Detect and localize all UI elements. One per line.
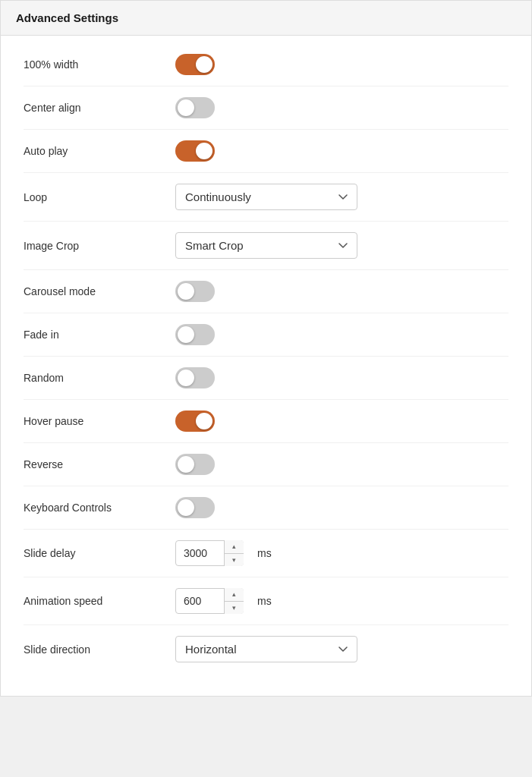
unit-label-slide-delay: ms: [257, 547, 272, 559]
control-animation-speed: ▴▾ms: [175, 588, 272, 614]
label-loop: Loop: [24, 191, 175, 203]
control-hover-pause: [175, 411, 215, 432]
control-slide-delay: ▴▾ms: [175, 540, 272, 566]
toggle-auto-play[interactable]: [175, 140, 215, 162]
panel-header: Advanced Settings: [1, 1, 531, 36]
settings-row-random: Random: [24, 357, 508, 400]
select-slide-direction[interactable]: HorizontalVertical: [175, 636, 357, 662]
settings-row-fade-in: Fade in: [24, 313, 508, 357]
toggle-track-reverse: [175, 454, 215, 475]
advanced-settings-panel: Advanced Settings 100% widthCenter align…: [0, 0, 532, 697]
settings-row-carousel-mode: Carousel mode: [24, 270, 508, 313]
toggle-thumb-carousel-mode: [178, 283, 194, 300]
label-random: Random: [24, 372, 175, 384]
settings-row-slide-delay: Slide delay▴▾ms: [24, 530, 508, 577]
control-fade-in: [175, 324, 215, 345]
control-keyboard-controls: [175, 497, 215, 518]
toggle-thumb-hover-pause: [196, 413, 212, 429]
label-reverse: Reverse: [24, 458, 175, 470]
toggle-thumb-fade-in: [178, 326, 194, 343]
label-width-100: 100% width: [24, 58, 175, 71]
settings-row-loop: LoopContinuouslyOnceTwiceThree times: [24, 173, 508, 222]
settings-row-slide-direction: Slide directionHorizontalVertical: [24, 625, 508, 673]
control-auto-play: [175, 140, 215, 162]
toggle-track-center-align: [175, 97, 215, 118]
label-carousel-mode: Carousel mode: [24, 285, 175, 297]
toggle-track-auto-play: [175, 140, 215, 162]
settings-row-keyboard-controls: Keyboard Controls: [24, 486, 508, 530]
label-animation-speed: Animation speed: [24, 595, 175, 607]
select-image-crop[interactable]: Smart CropCropNoneScale: [175, 232, 357, 259]
control-carousel-mode: [175, 281, 215, 302]
number-wrapper-slide-delay: ▴▾: [175, 540, 244, 566]
toggle-thumb-keyboard-controls: [178, 499, 194, 516]
toggle-track-hover-pause: [175, 411, 215, 432]
toggle-random[interactable]: [175, 367, 215, 388]
spinner-down-animation-speed[interactable]: ▾: [225, 602, 244, 615]
panel-title: Advanced Settings: [16, 11, 516, 24]
settings-row-center-align: Center align: [24, 87, 508, 130]
toggle-fade-in[interactable]: [175, 324, 215, 345]
control-width-100: [175, 54, 215, 75]
toggle-keyboard-controls[interactable]: [175, 497, 215, 518]
toggle-thumb-width-100: [196, 56, 212, 73]
settings-row-width-100: 100% width: [24, 43, 508, 87]
label-slide-direction: Slide direction: [24, 643, 175, 656]
panel-body: 100% widthCenter alignAuto playLoopConti…: [1, 36, 531, 696]
settings-row-animation-speed: Animation speed▴▾ms: [24, 577, 508, 625]
settings-row-reverse: Reverse: [24, 443, 508, 486]
toggle-hover-pause[interactable]: [175, 411, 215, 432]
spinner-animation-speed: ▴▾: [224, 588, 244, 614]
toggle-track-random: [175, 367, 215, 388]
spinner-slide-delay: ▴▾: [224, 540, 244, 566]
toggle-track-keyboard-controls: [175, 497, 215, 518]
toggle-thumb-reverse: [178, 456, 194, 473]
control-slide-direction: HorizontalVertical: [175, 636, 357, 662]
label-center-align: Center align: [24, 102, 175, 114]
toggle-thumb-random: [178, 370, 194, 386]
toggle-track-width-100: [175, 54, 215, 75]
settings-row-auto-play: Auto play: [24, 130, 508, 173]
control-reverse: [175, 454, 215, 475]
spinner-down-slide-delay[interactable]: ▾: [225, 554, 244, 567]
label-keyboard-controls: Keyboard Controls: [24, 502, 175, 514]
toggle-width-100[interactable]: [175, 54, 215, 75]
toggle-reverse[interactable]: [175, 454, 215, 475]
label-auto-play: Auto play: [24, 145, 175, 157]
settings-row-hover-pause: Hover pause: [24, 400, 508, 443]
control-center-align: [175, 97, 215, 118]
toggle-thumb-auto-play: [196, 143, 212, 159]
toggle-track-carousel-mode: [175, 281, 215, 302]
toggle-thumb-center-align: [178, 99, 194, 116]
toggle-carousel-mode[interactable]: [175, 281, 215, 302]
toggle-track-fade-in: [175, 324, 215, 345]
select-loop[interactable]: ContinuouslyOnceTwiceThree times: [175, 184, 357, 210]
spinner-up-animation-speed[interactable]: ▴: [225, 588, 244, 602]
label-hover-pause: Hover pause: [24, 415, 175, 427]
unit-label-animation-speed: ms: [257, 595, 272, 607]
control-loop: ContinuouslyOnceTwiceThree times: [175, 184, 357, 210]
settings-row-image-crop: Image CropSmart CropCropNoneScale: [24, 222, 508, 270]
toggle-center-align[interactable]: [175, 97, 215, 118]
label-slide-delay: Slide delay: [24, 547, 175, 559]
number-wrapper-animation-speed: ▴▾: [175, 588, 244, 614]
control-random: [175, 367, 215, 388]
label-image-crop: Image Crop: [24, 240, 175, 252]
spinner-up-slide-delay[interactable]: ▴: [225, 540, 244, 554]
control-image-crop: Smart CropCropNoneScale: [175, 232, 357, 259]
label-fade-in: Fade in: [24, 329, 175, 341]
